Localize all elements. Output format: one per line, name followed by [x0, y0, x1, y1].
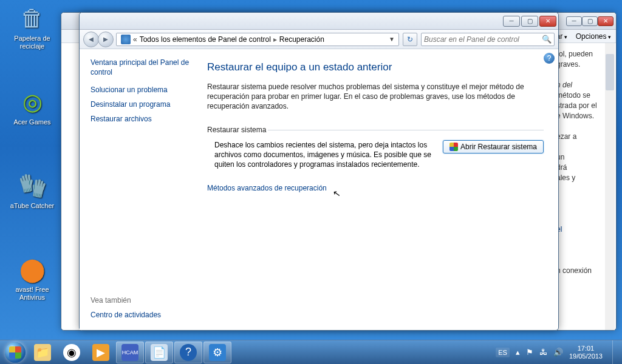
taskbar: 📁 ◉ ▶ HCAM 📄 ? ⚙ ES ▴ ⚑ 🖧 🔊 17:01 19/05/…	[0, 340, 622, 364]
open-system-restore-button[interactable]: Abrir Restaurar sistema	[443, 140, 544, 153]
breadcrumb-root[interactable]: Todos los elementos de Panel de control	[140, 35, 271, 44]
atube-icon: 🧤	[18, 171, 47, 200]
tray-network-icon[interactable]: 🖧	[539, 348, 547, 357]
sidebar-link-restore-files[interactable]: Restaurar archivos	[91, 115, 195, 123]
sidebar-link-troubleshoot[interactable]: Solucionar un problema	[91, 86, 195, 94]
address-bar[interactable]: « Todos los elementos de Panel de contro…	[116, 33, 399, 46]
start-button[interactable]	[2, 340, 28, 365]
desktop-icon-recycle[interactable]: 🗑 Papelera de reciclaje	[9, 4, 56, 50]
minimize-button[interactable]: ─	[503, 16, 520, 27]
recovery-window: ─ ▢ ✕ ◄ ► « Todos los elementos de Panel…	[79, 12, 559, 331]
help-icon[interactable]: ?	[544, 53, 555, 64]
desktop-icon-atube[interactable]: 🧤 aTube Catcher	[9, 171, 56, 210]
taskbar-control-panel[interactable]: ⚙	[203, 342, 231, 363]
forward-button[interactable]: ►	[98, 32, 114, 47]
sidebar-main-link[interactable]: Ventana principal del Panel de control	[91, 58, 195, 77]
taskbar-chrome[interactable]: ◉	[58, 342, 86, 363]
system-tray: ES ▴ ⚑ 🖧 🔊 17:01 19/05/2013	[496, 340, 620, 365]
titlebar[interactable]: ─ ▢ ✕	[80, 13, 558, 30]
tray-volume-icon[interactable]: 🔊	[553, 348, 563, 357]
sidebar: Ventana principal del Panel de control S…	[80, 49, 201, 330]
desktop-icon-acer[interactable]: ◎ Acer Games	[9, 87, 56, 126]
taskbar-notepad[interactable]: 📄	[145, 342, 173, 363]
nav-toolbar: ◄ ► « Todos los elementos de Panel de co…	[80, 30, 558, 49]
recycle-bin-icon: 🗑	[18, 4, 47, 33]
search-icon[interactable]: 🔍	[542, 35, 552, 44]
bg-menu-options[interactable]: Opciones	[576, 32, 611, 41]
breadcrumb-current[interactable]: Recuperación	[279, 35, 324, 44]
refresh-button[interactable]: ↻	[403, 33, 417, 46]
chevron-right-icon: ▸	[273, 35, 277, 44]
maximize-button[interactable]: ▢	[521, 16, 538, 27]
main-panel: ? Restaurar el equipo a un estado anteri…	[201, 49, 558, 330]
restore-description: Deshace los cambios recientes del sistem…	[214, 140, 433, 169]
search-input[interactable]	[424, 35, 542, 44]
taskbar-help[interactable]: ?	[174, 342, 202, 363]
tray-chevron-icon[interactable]: ▴	[516, 348, 520, 357]
intro-text: Restaurar sistema puede resolver muchos …	[207, 82, 544, 111]
taskbar-media[interactable]: ▶	[87, 342, 115, 363]
clock[interactable]: 17:01 19/05/2013	[569, 345, 603, 360]
activity-center-link[interactable]: Centro de actividades	[91, 311, 161, 319]
sidebar-link-uninstall[interactable]: Desinstalar un programa	[91, 100, 195, 109]
desktop-icon-avast[interactable]: ⬤ avast! Free Antivirus	[9, 255, 56, 302]
shield-icon	[449, 143, 458, 151]
advanced-recovery-link[interactable]: Métodos avanzados de recuperación	[207, 184, 327, 192]
see-also-label: Vea también	[91, 296, 131, 305]
bg-text-fragment: rol, puedengraves. n del método sestrada…	[556, 49, 605, 276]
close-button[interactable]: ✕	[539, 16, 556, 27]
control-panel-icon	[121, 35, 131, 44]
bg-scrollbar[interactable]	[605, 43, 615, 330]
acer-icon: ◎	[18, 87, 47, 116]
language-indicator[interactable]: ES	[496, 348, 510, 357]
back-button[interactable]: ◄	[83, 32, 99, 47]
page-title: Restaurar el equipo a un estado anterior	[207, 61, 544, 73]
taskbar-explorer[interactable]: 📁	[29, 342, 56, 363]
taskbar-hypercam[interactable]: HCAM	[116, 342, 144, 363]
search-box[interactable]: 🔍	[421, 33, 555, 46]
tray-flag-icon[interactable]: ⚑	[526, 348, 533, 357]
address-dropdown-icon[interactable]: ▼	[387, 36, 397, 42]
bg-maximize-button[interactable]: ▢	[582, 16, 598, 26]
section-label: Restaurar sistema	[207, 126, 544, 134]
show-desktop-button[interactable]	[612, 340, 618, 365]
bg-minimize-button[interactable]: ─	[566, 16, 582, 26]
avast-icon: ⬤	[18, 255, 47, 284]
bg-close-button[interactable]: ✕	[598, 16, 613, 26]
